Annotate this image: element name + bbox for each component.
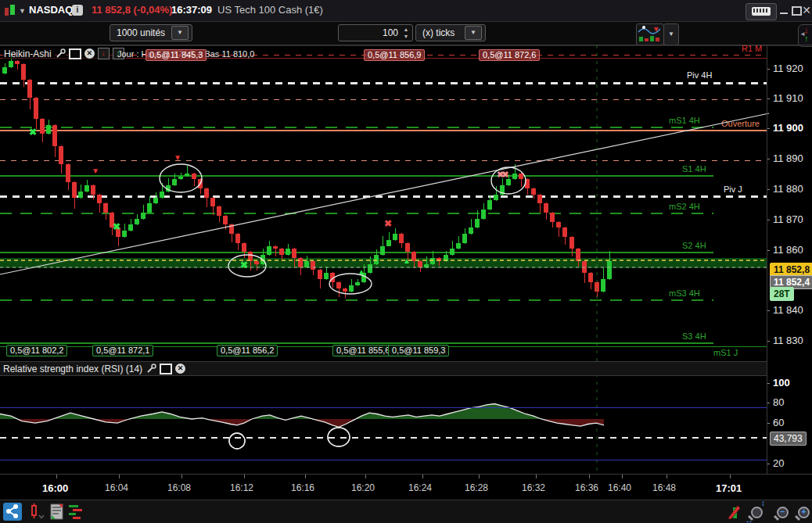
zoom-in-icon[interactable]: +	[798, 507, 810, 518]
candle	[582, 261, 587, 273]
candle	[147, 203, 152, 213]
time-axis-tick	[244, 475, 245, 478]
time-axis-tick	[589, 475, 590, 478]
order-badge[interactable]: 0,5@11 845,3	[146, 49, 207, 61]
candle	[292, 249, 296, 258]
candle	[569, 237, 574, 249]
edit-chart-button[interactable]	[725, 503, 744, 521]
order-badge[interactable]: 0,5@11 859,3	[388, 345, 449, 356]
candle	[469, 227, 473, 234]
candle	[235, 234, 240, 243]
candle	[519, 174, 523, 180]
candle	[15, 61, 20, 64]
order-badge[interactable]: 0,5@11 872,6	[479, 49, 540, 61]
wrench-icon[interactable]	[55, 48, 66, 59]
candle	[336, 282, 341, 288]
zoom-out-icon[interactable]: −	[777, 507, 789, 518]
candle	[185, 174, 189, 177]
units-dropdown[interactable]: 1000 unités ▼	[110, 24, 192, 41]
chart-style-button[interactable]	[28, 503, 47, 521]
candle	[424, 264, 429, 267]
candle	[128, 224, 133, 231]
price-axis-label: 11 830	[773, 335, 803, 346]
candle	[153, 198, 158, 204]
background-color-icon[interactable]	[69, 48, 81, 59]
sell-x-pair-marker: ✖✖	[497, 170, 506, 180]
time-axis-label: 16:04	[105, 482, 128, 493]
time-axis-label: 16:08	[167, 482, 191, 493]
spinner-arrows-icon[interactable]: ▲▼	[401, 26, 411, 40]
price-axis-label: 11 870	[773, 213, 803, 225]
candle	[324, 273, 329, 279]
background-color-icon[interactable]	[160, 364, 172, 374]
pivot-level-line	[0, 213, 713, 214]
time-axis-tick	[119, 475, 120, 478]
indicator-dropdown-arrow[interactable]: ▼	[663, 23, 679, 45]
chevron-down-icon[interactable]: ▼	[19, 7, 26, 15]
info-icon[interactable]: i	[72, 5, 83, 16]
candle	[506, 179, 511, 185]
tick-count-value: 100	[383, 27, 398, 38]
order-panel-toggle[interactable]: ◄ ↓ ↑	[798, 24, 812, 47]
time-axis-label: 16:00	[42, 482, 68, 494]
candle	[192, 174, 196, 180]
candle	[576, 249, 580, 260]
symbol-name[interactable]: NASDAQ	[29, 4, 73, 16]
tick-unit-dropdown[interactable]: (x) ticks ▼	[415, 24, 486, 41]
volume-profile-button[interactable]	[67, 503, 86, 521]
candle	[27, 80, 32, 98]
time-axis-label: 16:20	[351, 482, 375, 493]
wrench-icon[interactable]	[146, 364, 156, 374]
candle	[34, 98, 38, 119]
candle	[103, 203, 108, 213]
close-button[interactable]: ✕	[801, 3, 812, 17]
order-badge[interactable]: 0,5@11 856,9	[364, 49, 425, 61]
candle	[550, 213, 555, 222]
candle	[267, 246, 271, 256]
zoom-fit-icon[interactable]: ↕↔	[751, 507, 763, 518]
close-icon[interactable]: ✕	[84, 48, 95, 59]
ellipse-drawing[interactable]	[229, 433, 245, 449]
ellipse-drawing[interactable]	[229, 433, 245, 449]
close-icon[interactable]: ✕	[175, 364, 185, 374]
time-axis-label: 17:01	[716, 482, 742, 494]
buy-x-marker: ✖	[113, 221, 120, 232]
order-badge[interactable]: 0,5@11 855,6	[332, 345, 393, 356]
candle	[444, 255, 448, 261]
candle	[260, 255, 265, 264]
keyboard-icon[interactable]	[746, 3, 777, 20]
candle	[78, 192, 83, 198]
sell-arrow-icon[interactable]: ↓	[98, 48, 110, 59]
sell-x-marker: ✖	[384, 218, 392, 229]
pivot-level-label: mS1 J	[713, 348, 738, 357]
time-axis-tick	[666, 475, 667, 478]
buy-arrow-marker: ▲	[403, 256, 411, 265]
candle	[178, 177, 183, 180]
candle	[607, 261, 612, 279]
candle-style-icon	[28, 503, 47, 521]
price-axis-label: 11 840	[773, 304, 803, 316]
tick-count-spinner[interactable]: 100 ▲▼	[338, 24, 413, 41]
sell-arrow-marker: ▼	[174, 153, 181, 162]
candle	[494, 195, 498, 201]
candle	[304, 261, 309, 267]
order-badge[interactable]: 0,5@11 872,1	[92, 345, 153, 356]
maximize-button[interactable]	[790, 3, 801, 17]
share-button[interactable]	[3, 503, 22, 521]
order-badge[interactable]: 0,5@11 802,2	[6, 345, 67, 356]
time-axis[interactable]: 16:0016:0416:0816:1216:1616:2016:2416:28…	[0, 475, 812, 499]
order-badge[interactable]: 0,5@11 856,2	[217, 345, 278, 356]
orders-log-button[interactable]	[49, 503, 67, 521]
candle	[588, 273, 593, 282]
candle	[248, 252, 253, 261]
candle	[601, 279, 605, 291]
minimize-button[interactable]	[778, 3, 789, 17]
add-indicator-button[interactable]	[636, 23, 664, 45]
rsi-axis-label: 60	[773, 417, 784, 428]
candle	[46, 125, 51, 134]
chevron-down-icon: ▼	[171, 26, 189, 40]
price-axis-label: 11 920	[773, 63, 803, 74]
candle	[298, 258, 303, 267]
time-axis-label: 16:32	[522, 482, 545, 493]
candle	[198, 179, 203, 188]
